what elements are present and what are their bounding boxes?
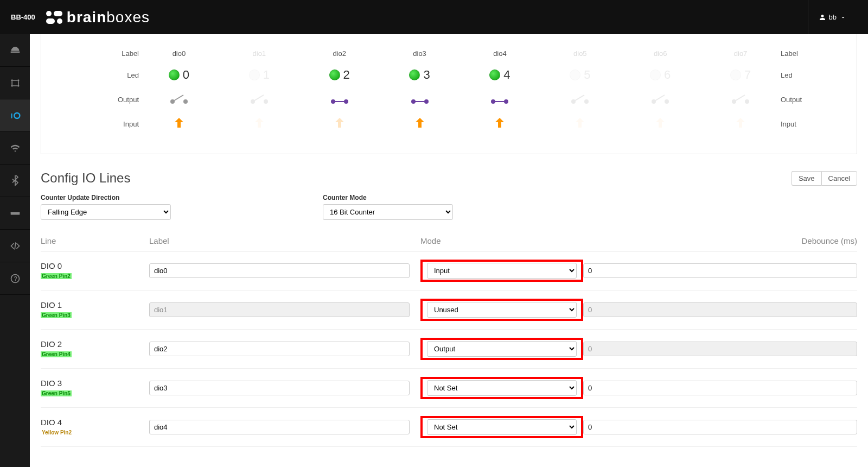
row-label-input-right: Input xyxy=(781,120,846,128)
dio-led: 4 xyxy=(460,68,540,82)
dio-output-switch[interactable] xyxy=(380,94,460,105)
led-icon xyxy=(249,70,260,80)
io-lines-table: Line Label Mode Debounce (ms) DIO 0 Gree… xyxy=(41,231,857,447)
svg-point-1 xyxy=(11,79,12,81)
svg-text:?: ? xyxy=(14,275,17,282)
svg-line-27 xyxy=(573,95,584,102)
dio-output-switch[interactable] xyxy=(219,94,299,105)
switch-icon xyxy=(730,94,751,105)
svg-point-6 xyxy=(14,113,20,118)
topbar: BB-400 brainboxes bb xyxy=(0,0,868,34)
nav-serial[interactable] xyxy=(0,197,30,230)
bluetooth-icon xyxy=(10,175,21,186)
cud-label: Counter Update Direction xyxy=(41,194,301,201)
arrow-up-icon xyxy=(413,117,426,130)
mode-select[interactable]: Unused xyxy=(427,302,577,318)
dio-output-switch[interactable] xyxy=(299,94,380,105)
row-label-label-left: Label xyxy=(52,49,139,58)
svg-text:I: I xyxy=(10,112,12,120)
config-title: Config IO Lines xyxy=(41,171,130,186)
svg-rect-0 xyxy=(10,51,20,53)
dio-led: 5 xyxy=(540,68,620,82)
switch-icon xyxy=(168,94,190,105)
network-icon xyxy=(10,78,21,89)
pin-badge: Green Pin3 xyxy=(41,312,72,318)
mode-select[interactable]: Output xyxy=(427,341,577,357)
nav-help[interactable]: ? xyxy=(0,262,30,295)
gauge-icon xyxy=(10,45,21,56)
nav-io[interactable]: I xyxy=(0,99,30,132)
cm-select[interactable]: 16 Bit Counter xyxy=(323,204,453,220)
user-icon xyxy=(819,14,826,21)
dio-col-label: dio7 xyxy=(700,49,781,58)
table-row: DIO 4 Yellow Pin2 Not Set xyxy=(41,408,857,447)
save-button[interactable]: Save xyxy=(792,171,821,186)
table-row: DIO 3 Green Pin5 Not Set xyxy=(41,369,857,408)
led-icon xyxy=(650,70,661,80)
svg-point-3 xyxy=(11,85,12,86)
dio-output-switch[interactable] xyxy=(139,94,219,105)
led-icon xyxy=(489,70,500,80)
mode-select[interactable]: Input xyxy=(427,263,577,279)
table-row: DIO 2 Green Pin4 Output xyxy=(41,330,857,369)
label-input xyxy=(149,302,410,317)
io-status-panel: Label dio0dio1dio2dio3dio4dio5dio6dio7 L… xyxy=(41,34,857,154)
mode-select[interactable]: Not Set xyxy=(427,419,577,435)
mode-select[interactable]: Not Set xyxy=(427,380,577,396)
dio-input-arrow xyxy=(620,117,700,131)
th-line: Line xyxy=(41,236,149,245)
dio-output-switch[interactable] xyxy=(620,94,700,105)
nav-dashboard[interactable] xyxy=(0,34,30,67)
dio-input-arrow xyxy=(700,117,781,131)
svg-rect-7 xyxy=(10,212,20,214)
row-label-input-left: Input xyxy=(52,120,139,128)
row-label-label-right: Label xyxy=(781,49,846,58)
device-model: BB-400 xyxy=(11,13,35,21)
main-content: Label dio0dio1dio2dio3dio4dio5dio6dio7 L… xyxy=(30,34,868,467)
debounce-input[interactable] xyxy=(583,420,857,434)
dio-output-switch[interactable] xyxy=(700,94,781,105)
help-icon: ? xyxy=(10,273,21,284)
switch-icon xyxy=(489,94,510,105)
dio-col-label: dio5 xyxy=(540,49,620,58)
svg-line-15 xyxy=(253,95,264,102)
nav-code[interactable] xyxy=(0,230,30,262)
arrow-up-icon xyxy=(734,117,747,130)
table-row: DIO 1 Green Pin3 Unused xyxy=(41,291,857,330)
th-mode: Mode xyxy=(420,236,583,245)
arrow-up-icon xyxy=(573,117,586,130)
debounce-input[interactable] xyxy=(583,381,857,395)
row-label-led-right: Led xyxy=(781,71,846,79)
nav-network[interactable] xyxy=(0,67,30,99)
led-icon xyxy=(409,70,420,80)
label-input[interactable] xyxy=(149,420,410,434)
brand-logo: brainboxes xyxy=(46,9,150,26)
cm-label: Counter Mode xyxy=(323,194,583,201)
arrow-up-icon xyxy=(253,117,266,130)
debounce-input[interactable] xyxy=(583,263,857,278)
label-input[interactable] xyxy=(149,263,410,278)
pin-badge: Yellow Pin2 xyxy=(41,430,73,436)
row-label-output-right: Output xyxy=(781,96,846,104)
dio-col-label: dio4 xyxy=(460,49,540,58)
arrow-up-icon xyxy=(654,117,667,130)
label-input[interactable] xyxy=(149,381,410,395)
svg-line-12 xyxy=(173,95,183,102)
user-menu[interactable]: bb xyxy=(808,0,857,34)
arrow-up-icon xyxy=(173,117,186,130)
cancel-button[interactable]: Cancel xyxy=(821,171,857,186)
svg-point-4 xyxy=(17,85,19,86)
nav-wifi[interactable] xyxy=(0,132,30,165)
nav-bluetooth[interactable] xyxy=(0,165,30,197)
pin-badge: Green Pin2 xyxy=(41,273,72,279)
cud-select[interactable]: Falling Edge xyxy=(41,204,171,220)
line-name: DIO 0 xyxy=(41,261,149,270)
dio-output-switch[interactable] xyxy=(460,94,540,105)
dio-output-switch[interactable] xyxy=(540,94,620,105)
label-input[interactable] xyxy=(149,342,410,356)
pin-badge: Green Pin5 xyxy=(41,390,72,396)
code-icon xyxy=(10,241,21,251)
line-name: DIO 2 xyxy=(41,339,149,349)
svg-point-32 xyxy=(745,99,749,104)
svg-point-14 xyxy=(264,99,268,104)
